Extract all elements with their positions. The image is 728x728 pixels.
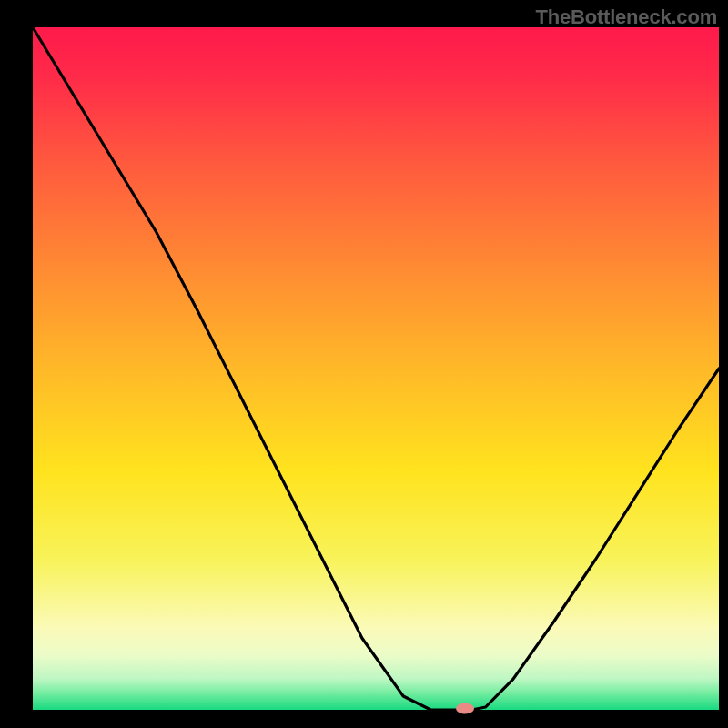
gradient-background — [33, 27, 719, 710]
bottleneck-chart — [0, 0, 728, 728]
watermark-text: TheBottleneck.com — [535, 5, 717, 29]
optimum-marker — [456, 703, 474, 714]
chart-frame: TheBottleneck.com — [0, 0, 728, 728]
